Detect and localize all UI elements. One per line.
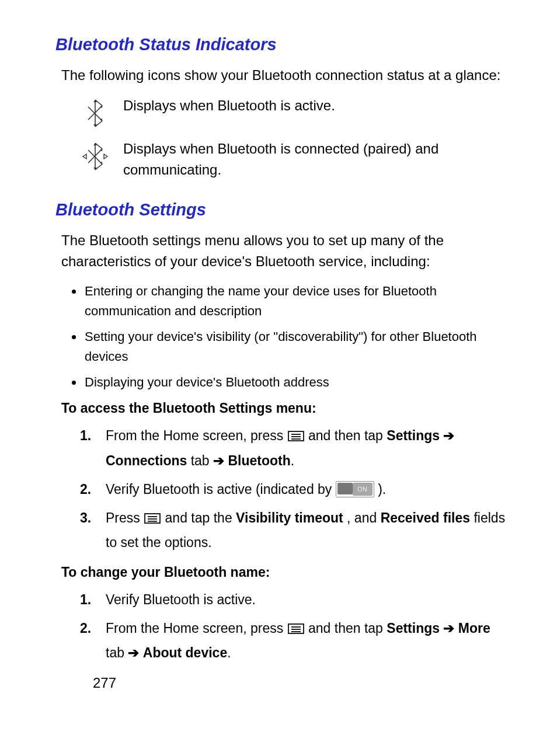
toggle-on-icon: ON [336, 481, 374, 497]
arrow-icon: ➔ [443, 621, 458, 636]
text: , and [347, 510, 381, 525]
label-settings: Settings [387, 428, 440, 443]
bluetooth-connected-icon [67, 138, 123, 172]
step-item: Press and tap the Visibility timeout , a… [55, 507, 510, 554]
indicator-desc-active: Displays when Bluetooth is active. [123, 95, 510, 116]
step-item: Verify Bluetooth is active (indicated by… [55, 478, 510, 501]
settings-intro: The Bluetooth settings menu allows you t… [61, 230, 510, 272]
bluetooth-active-icon [67, 95, 123, 129]
step-item: Verify Bluetooth is active. [55, 588, 510, 611]
subhead-access: To access the Bluetooth Settings menu: [61, 400, 510, 416]
label-visibility-timeout: Visibility timeout [236, 510, 343, 525]
indicator-row-active: Displays when Bluetooth is active. [67, 95, 510, 129]
text: and then tap [308, 428, 387, 443]
arrow-icon: ➔ [443, 428, 454, 443]
step-item: From the Home screen, press and then tap… [55, 617, 510, 664]
label-connections: Connections [106, 453, 187, 468]
access-steps: From the Home screen, press and then tap… [55, 424, 510, 553]
label-bluetooth: Bluetooth [228, 453, 290, 468]
label-settings: Settings [387, 621, 440, 636]
text: and then tap [308, 621, 387, 636]
page-number: 277 [93, 675, 510, 691]
text: tab [106, 645, 128, 660]
text: tab [191, 453, 213, 468]
subhead-change-name: To change your Bluetooth name: [61, 565, 510, 580]
indicator-row-connected: Displays when Bluetooth is connected (pa… [67, 138, 510, 180]
text: From the Home screen, press [106, 621, 287, 636]
bullet-item: Setting your device's visibility (or "di… [83, 327, 510, 367]
period: . [227, 645, 231, 660]
label-received-files: Received files [381, 510, 470, 525]
arrow-icon: ➔ [213, 453, 228, 468]
indicators-intro: The following icons show your Bluetooth … [61, 65, 510, 86]
label-about-device: About device [143, 645, 227, 660]
text: Verify Bluetooth is active (indicated by [106, 482, 336, 497]
settings-bullets: Entering or changing the name your devic… [55, 281, 510, 392]
label-more: More [458, 621, 490, 636]
heading-bluetooth-settings: Bluetooth Settings [55, 200, 510, 220]
menu-icon [287, 426, 305, 449]
text: From the Home screen, press [106, 428, 287, 443]
bullet-item: Displaying your device's Bluetooth addre… [83, 372, 510, 392]
step-item: From the Home screen, press and then tap… [55, 424, 510, 472]
bullet-item: Entering or changing the name your devic… [83, 281, 510, 321]
menu-icon [144, 508, 161, 531]
indicator-desc-connected: Displays when Bluetooth is connected (pa… [123, 138, 510, 180]
arrow-icon: ➔ [128, 645, 142, 660]
menu-icon [287, 619, 305, 642]
heading-status-indicators: Bluetooth Status Indicators [55, 35, 510, 54]
text: and tap the [165, 510, 236, 525]
change-name-steps: Verify Bluetooth is active. From the Hom… [55, 588, 510, 664]
period: . [291, 453, 294, 468]
text: ). [378, 482, 386, 497]
text: Press [106, 510, 144, 525]
